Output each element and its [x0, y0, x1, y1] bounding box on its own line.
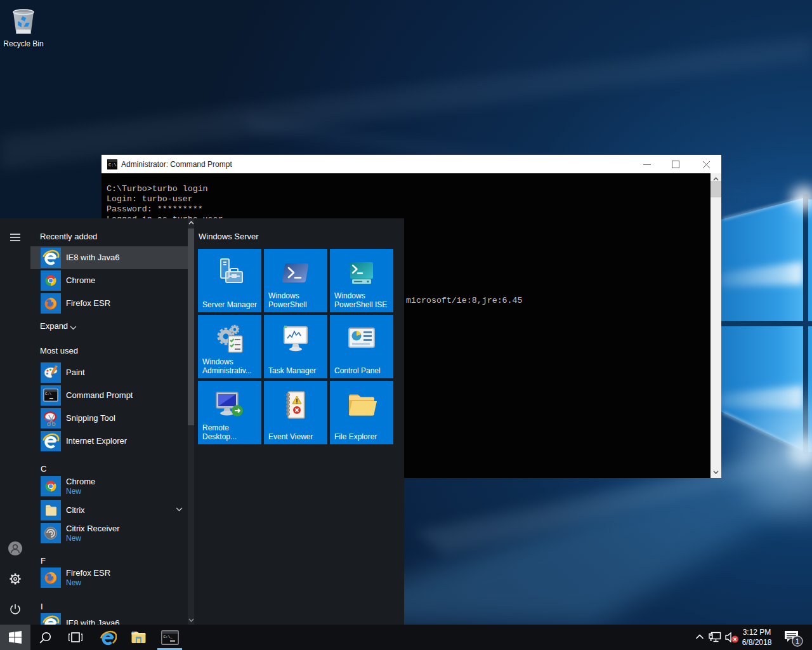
svg-text:C:\_: C:\_: [164, 635, 173, 639]
svg-text:1: 1: [796, 637, 799, 645]
svg-text:C:\: C:\: [45, 392, 51, 396]
svg-text:C:\: C:\: [108, 162, 117, 168]
